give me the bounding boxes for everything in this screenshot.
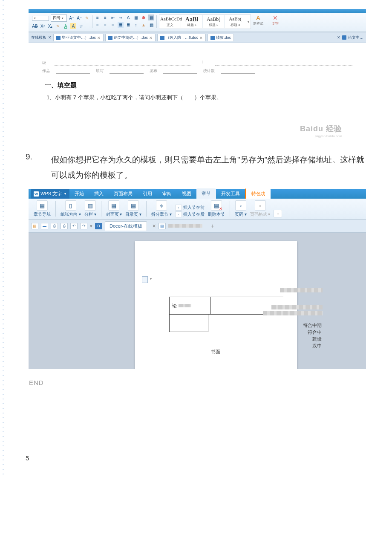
word-doc-icon bbox=[210, 36, 215, 40]
menu-tab[interactable]: 审阅 bbox=[157, 188, 177, 199]
text-tools-button[interactable]: ✕ 文字 bbox=[269, 14, 281, 29]
wps-app-button[interactable]: WPS 文字 bbox=[31, 189, 69, 199]
page-format-button[interactable]: ▫页码格式 ▾ bbox=[250, 200, 271, 217]
word-doc-icon bbox=[56, 36, 61, 40]
align-center-icon[interactable]: ≡ bbox=[102, 22, 108, 28]
clear-format-icon[interactable]: ✎ bbox=[84, 15, 90, 21]
menu-tab[interactable]: 开发工具 bbox=[216, 188, 245, 199]
menu-tab[interactable]: 视图 bbox=[177, 188, 196, 199]
tab-online-template[interactable]: 在线模板 bbox=[31, 35, 46, 40]
page-number: 5 bbox=[26, 454, 366, 462]
close-icon[interactable]: ✕ bbox=[199, 36, 203, 40]
toc-page-button[interactable]: ▤目录页 ▾ bbox=[125, 200, 141, 217]
doc-tab[interactable]: 论文中期进…）.doc✕ bbox=[105, 34, 156, 41]
page-number-button[interactable]: ▫页码 ▾ bbox=[235, 200, 247, 217]
delete-section-button[interactable]: ▤✕删除本节 bbox=[208, 200, 225, 217]
docer-tab[interactable]: Docer-在线模板 bbox=[105, 221, 147, 231]
line-spacing-icon[interactable]: ↕ bbox=[133, 22, 139, 28]
style-normal[interactable]: AaBbCcDd 正文 bbox=[159, 15, 181, 28]
bullets-icon[interactable]: ≡ bbox=[95, 14, 101, 20]
page-field-icon[interactable] bbox=[142, 276, 148, 283]
char-border-icon[interactable]: ☆ bbox=[78, 23, 84, 29]
char-shade-icon[interactable]: ▦ bbox=[133, 14, 139, 20]
new-tab-plus-icon[interactable]: + bbox=[211, 223, 214, 229]
styles-gallery[interactable]: AaBbCcDd 正文 AaBl 标题 1 AaBb( 标题 2 AaBb( 标… bbox=[159, 14, 251, 29]
subscript-icon[interactable]: X₂ bbox=[47, 23, 53, 29]
close-icon[interactable]: ✕ bbox=[337, 35, 340, 40]
end-label: END bbox=[29, 379, 366, 386]
step-9: 9. 假如你想把它存为永久的模板，则只需要单击左上角"另存为"然后选择存储地址。… bbox=[26, 152, 366, 183]
page: 论 符合中期 符合中 建设 汉中 书面 Baidu 经验 bbox=[135, 241, 297, 369]
distribute-icon[interactable]: ≣ bbox=[125, 22, 131, 28]
doc-tab[interactable]: （改入防，…8.doc✕ bbox=[157, 34, 206, 41]
doc-tab-icon[interactable]: ▤ bbox=[159, 223, 166, 229]
menu-tab[interactable]: 引用 bbox=[138, 188, 157, 199]
document-canvas: 论 符合中期 符合中 建设 汉中 书面 Baidu 经验 bbox=[29, 233, 366, 369]
menu-tab-chapter[interactable]: 章节 bbox=[196, 188, 216, 199]
step-number: 9. bbox=[26, 152, 51, 183]
phonetic-icon[interactable]: A bbox=[125, 14, 131, 20]
word-doc-icon bbox=[160, 36, 164, 40]
section-heading: 一、填空题 bbox=[45, 81, 350, 90]
align-left-icon[interactable]: ≡ bbox=[95, 22, 101, 28]
insert-before-button[interactable]: ▫插入节在前 bbox=[175, 205, 205, 211]
document-area: 级 ⊢ 作品 填写 发布 统计数 一、填空题 1、小明有 7 个苹果，小红吃了两… bbox=[29, 43, 366, 140]
decrease-font-icon[interactable]: A⁻ bbox=[76, 15, 82, 21]
insert-after-button[interactable]: ▫插入节在后 bbox=[175, 211, 205, 217]
numbering-icon[interactable]: ≡ bbox=[102, 14, 108, 20]
justify-icon[interactable]: ≣ bbox=[118, 22, 124, 28]
style-heading3[interactable]: AaBb( 标题 3 bbox=[225, 15, 246, 28]
new-style-button[interactable]: A 新样式 bbox=[252, 14, 265, 29]
blurred-tab bbox=[168, 224, 202, 228]
doc-tab-overflow[interactable]: 论文中… bbox=[348, 35, 363, 40]
screenshot-wps-editor: 四号 A⁺ A⁻ ✎ AB X² X₂ ✎ A A ☆ ≡ bbox=[28, 9, 366, 140]
superscript-icon[interactable]: X² bbox=[40, 23, 46, 29]
chapter-nav-button[interactable]: ▤章节导航 bbox=[34, 200, 51, 217]
tab-icon[interactable]: ✽ bbox=[141, 14, 147, 20]
docer-d-icon[interactable]: D bbox=[95, 223, 102, 229]
close-icon[interactable]: ✕ bbox=[48, 35, 52, 40]
menu-tab-special[interactable]: 特色功 bbox=[245, 188, 271, 199]
highlight-icon[interactable]: A bbox=[70, 23, 76, 29]
shading-icon[interactable]: ▲ bbox=[141, 22, 147, 28]
align-right-icon[interactable]: ≡ bbox=[110, 22, 116, 28]
font-color-icon[interactable]: A bbox=[63, 23, 69, 29]
ribbon-tabs-bar bbox=[29, 9, 366, 13]
close-icon[interactable]: ✕ bbox=[97, 36, 101, 40]
insert-pic-icon[interactable]: ▦ bbox=[148, 14, 154, 20]
menu-tab[interactable]: 插入 bbox=[89, 188, 109, 199]
new-icon[interactable]: ▤ bbox=[31, 223, 38, 229]
screenshot-wps-chapter: WPS 文字 开始 插入 页面布局 引用 审阅 视图 章节 开发工具 特色功 ▤… bbox=[28, 189, 366, 370]
format-painter-icon[interactable]: ✎ bbox=[55, 23, 61, 29]
font-family-dropdown[interactable] bbox=[32, 16, 49, 21]
watermark: Baidu 经验 bbox=[300, 124, 342, 134]
extra-button[interactable]: ▫ bbox=[274, 210, 282, 217]
save-icon[interactable]: ▬ bbox=[41, 223, 48, 229]
word-doc-icon bbox=[108, 36, 112, 40]
redo-icon[interactable]: ↷ bbox=[80, 223, 87, 229]
borders-icon[interactable]: ▦ bbox=[148, 22, 154, 28]
font-size-dropdown[interactable]: 四号 bbox=[51, 14, 67, 22]
cover-page-button[interactable]: ▤封面页 ▾ bbox=[106, 200, 122, 217]
doc-tab[interactable]: 绩效.doc bbox=[208, 34, 234, 41]
increase-font-icon[interactable]: A⁺ bbox=[69, 15, 75, 21]
chapter-toolbar: ▤章节导航 ▯纸张方向 ▾ ▥分栏 ▾ ▤封面页 ▾ ▤目录页 ▾ ⎆拆分章节 … bbox=[29, 199, 366, 220]
menu-tab[interactable]: 开始 bbox=[69, 188, 89, 199]
split-chapter-button[interactable]: ⎆拆分章节 ▾ bbox=[151, 200, 172, 217]
preview-icon[interactable]: ⎙ bbox=[61, 223, 68, 229]
columns-button[interactable]: ▥分栏 ▾ bbox=[84, 200, 96, 217]
close-icon[interactable]: ✕ bbox=[152, 223, 156, 229]
style-heading2[interactable]: AaBb( 标题 2 bbox=[203, 15, 225, 28]
orientation-button[interactable]: ▯纸张方向 ▾ bbox=[61, 200, 81, 217]
doc-tab[interactable]: 毕业论文中…）.doc✕ bbox=[53, 34, 104, 41]
document-tabs: 在线模板 ✕ 毕业论文中…）.doc✕ 论文中期进…）.doc✕ （改入防，…8… bbox=[29, 32, 366, 43]
undo-icon[interactable]: ↶ bbox=[70, 223, 78, 229]
close-icon[interactable]: ✕ bbox=[149, 36, 153, 40]
style-heading1[interactable]: AaBl 标题 1 bbox=[181, 15, 203, 28]
strike-icon[interactable]: AB bbox=[32, 23, 38, 29]
question-text: 1、小明有 7 个苹果，小红吃了两个，请问小明还剩下（ ）个苹果。 bbox=[46, 94, 348, 101]
menu-tab[interactable]: 页面布局 bbox=[109, 188, 138, 199]
dec-indent-icon[interactable]: ⇤ bbox=[110, 14, 116, 20]
inc-indent-icon[interactable]: ⇥ bbox=[118, 14, 124, 20]
print-icon[interactable]: ⎙ bbox=[51, 223, 58, 229]
